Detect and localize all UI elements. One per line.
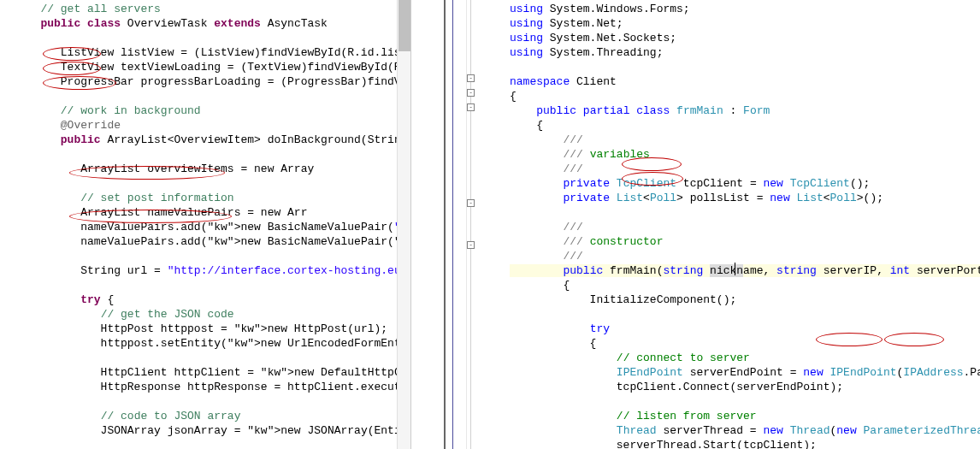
code-line[interactable]: serverThread.Start(tcpClient);: [510, 438, 980, 449]
code-line[interactable]: ///: [510, 162, 980, 176]
code-line[interactable]: using System.Windows.Forms;: [510, 2, 980, 16]
code-line[interactable]: [21, 31, 410, 45]
code-line[interactable]: ArrayList nameValuePairs = new Arr: [21, 205, 410, 220]
code-line[interactable]: nameValuePairs.add("kw">new BasicNameVal…: [21, 234, 410, 249]
code-line[interactable]: TextView textViewLoading = (TextView)fin…: [21, 60, 410, 74]
code-line[interactable]: // code to JSON array: [21, 409, 410, 423]
left-editor-pane[interactable]: // get all servers public class Overview…: [0, 0, 410, 449]
code-line[interactable]: // set post information: [21, 191, 410, 205]
code-line[interactable]: // get the JSON code: [21, 307, 410, 322]
code-line[interactable]: IPEndPoint serverEndPoint = new IPEndPoi…: [510, 365, 980, 380]
code-line[interactable]: [21, 176, 410, 191]
code-line[interactable]: public ArrayList<OverviewItem> doInBackg…: [21, 133, 410, 147]
code-line[interactable]: ///: [510, 249, 980, 263]
code-line[interactable]: String url = "http://interface.cortex-ho…: [21, 263, 410, 278]
code-line[interactable]: {: [510, 89, 980, 103]
code-line[interactable]: [510, 205, 980, 220]
code-line[interactable]: using System.Net;: [510, 16, 980, 31]
code-line[interactable]: /// variables: [510, 147, 980, 162]
code-line[interactable]: ProgressBar progressBarLoading = (Progre…: [21, 74, 410, 89]
code-line[interactable]: ///: [510, 220, 980, 234]
code-line[interactable]: [510, 307, 980, 322]
left-scrollbar-thumb[interactable]: [398, 0, 410, 51]
code-line[interactable]: // connect to server: [510, 351, 980, 365]
text-cursor: [735, 263, 735, 275]
code-line[interactable]: HttpResponse httpResponse = httpClient.e…: [21, 380, 410, 394]
fold-toggle[interactable]: -: [467, 241, 475, 249]
fold-toggle[interactable]: -: [467, 103, 475, 111]
fold-toggle[interactable]: -: [467, 199, 475, 207]
code-line[interactable]: [510, 60, 980, 74]
code-line[interactable]: InitializeComponent();: [510, 292, 980, 307]
code-line[interactable]: // get all servers: [21, 2, 410, 16]
code-line[interactable]: tcpClient.Connect(serverEndPoint);: [510, 380, 980, 394]
code-line[interactable]: {: [510, 278, 980, 292]
code-line[interactable]: try: [510, 322, 980, 336]
code-line[interactable]: JSONArray jsonArray = "kw">new JSONArray…: [21, 423, 410, 438]
right-editor-pane[interactable]: ----- using System.Windows.Forms;using S…: [453, 0, 980, 449]
code-line[interactable]: [21, 394, 410, 409]
code-line[interactable]: try {: [21, 292, 410, 307]
code-line[interactable]: [510, 394, 980, 409]
code-line[interactable]: [21, 249, 410, 263]
code-line[interactable]: /// constructor: [510, 234, 980, 249]
code-line[interactable]: {: [510, 336, 980, 351]
code-line[interactable]: public frmMain(string nickname, string s…: [510, 263, 980, 278]
code-line[interactable]: ArrayList overviewItems = new Array: [21, 162, 410, 176]
code-line[interactable]: public class OverviewTask extends AsyncT…: [21, 16, 410, 31]
code-line[interactable]: [21, 147, 410, 162]
code-line[interactable]: nameValuePairs.add("kw">new BasicNameVal…: [21, 220, 410, 234]
left-scrollbar[interactable]: [397, 0, 410, 449]
code-line[interactable]: HttpPost httppost = "kw">new HttpPost(ur…: [21, 322, 410, 336]
code-line[interactable]: namespace Client: [510, 74, 980, 89]
code-line[interactable]: // work in background: [21, 103, 410, 118]
code-line[interactable]: @Override: [21, 118, 410, 133]
code-line[interactable]: using System.Threading;: [510, 45, 980, 60]
code-line[interactable]: public partial class frmMain : Form: [510, 103, 980, 118]
code-line[interactable]: [21, 351, 410, 365]
code-line[interactable]: // listen from server: [510, 409, 980, 423]
code-line[interactable]: private List<Poll> pollsList = new List<…: [510, 191, 980, 205]
fold-gutter[interactable]: -----: [467, 0, 510, 449]
code-line[interactable]: ListView listView = (ListView)findViewBy…: [21, 45, 410, 60]
code-line[interactable]: httppost.setEntity("kw">new UrlEncodedFo…: [21, 336, 410, 351]
breakpoint-gutter[interactable]: [453, 0, 467, 449]
split-divider[interactable]: [410, 0, 453, 449]
code-line[interactable]: {: [510, 118, 980, 133]
fold-toggle[interactable]: -: [467, 74, 475, 82]
code-line[interactable]: [21, 278, 410, 292]
code-line[interactable]: private TcpClient tcpClient = new TcpCli…: [510, 176, 980, 191]
code-line[interactable]: HttpClient httpClient = "kw">new Default…: [21, 365, 410, 380]
code-line[interactable]: [21, 89, 410, 103]
code-line[interactable]: using System.Net.Sockets;: [510, 31, 980, 45]
code-line[interactable]: ///: [510, 133, 980, 147]
code-line[interactable]: Thread serverThread = new Thread(new Par…: [510, 423, 980, 438]
fold-toggle[interactable]: -: [467, 89, 475, 97]
